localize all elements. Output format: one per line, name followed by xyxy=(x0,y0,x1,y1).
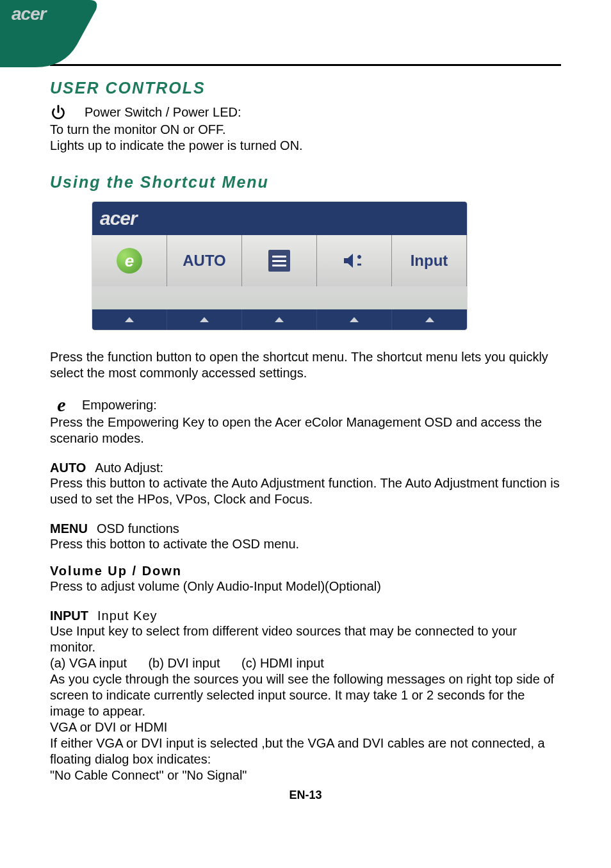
osd-spacer xyxy=(92,286,467,309)
input-body4: VGA or DVI or HDMI xyxy=(50,719,561,735)
svg-marker-5 xyxy=(125,317,134,322)
osd-brand-logo: acer xyxy=(100,208,137,229)
power-line2: Lights up to indicate the power is turne… xyxy=(50,138,561,154)
power-row: Power Switch / Power LED: xyxy=(50,104,561,120)
svg-marker-7 xyxy=(275,317,284,322)
block-menu: MENU OSD functions Press this botton to … xyxy=(50,521,561,552)
osd-cell-input: Input xyxy=(392,235,467,286)
volume-title: Volume Up / Down xyxy=(50,564,561,578)
shortcut-paragraph: Press the function button to open the sh… xyxy=(50,349,561,381)
osd-arrow-1 xyxy=(92,309,167,330)
osd-cell-empowering: e xyxy=(92,235,167,286)
svg-marker-6 xyxy=(200,317,209,322)
brand-logo-corner: acer xyxy=(12,4,46,24)
auto-lead: AUTO xyxy=(50,461,86,475)
osd-arrow-3 xyxy=(242,309,317,330)
input-body3: As you cycle through the sources you wil… xyxy=(50,671,561,719)
empowering-e-icon: e xyxy=(50,395,73,414)
block-auto: AUTO Auto Adjust: Press this button to a… xyxy=(50,461,561,507)
power-title: Power Switch / Power LED: xyxy=(85,104,241,120)
power-icon xyxy=(50,104,67,120)
corner-flag: acer xyxy=(0,0,102,70)
power-line1: To turn the monitor ON or OFF. xyxy=(50,122,561,138)
menu-lead: MENU xyxy=(50,521,88,536)
empowering-body: Press the Empowering Key to open the Ace… xyxy=(50,414,561,446)
input-title: Input Key xyxy=(97,609,158,623)
input-body2: (a) VGA input (b) DVI input (c) HDMI inp… xyxy=(50,655,561,671)
input-body6: "No Cable Connect" or "No Signal" xyxy=(50,767,561,783)
volume-icon xyxy=(341,251,367,270)
empowering-title: Empowering: xyxy=(82,398,157,413)
osd-shortcut-menu: acer e AUTO Input xyxy=(92,202,467,330)
page-number: EN-13 xyxy=(50,789,561,802)
menu-body: Press this botton to activate the OSD me… xyxy=(50,536,561,552)
osd-arrow-5 xyxy=(392,309,467,330)
block-input: INPUT Input Key Use Input key to select … xyxy=(50,609,561,783)
osd-cell-auto: AUTO xyxy=(167,235,242,286)
section-title-user-controls: USER CONTROLS xyxy=(50,79,561,97)
divider-top xyxy=(50,64,561,66)
auto-body: Press this button to activate the Auto A… xyxy=(50,475,561,507)
osd-arrow-2 xyxy=(167,309,242,330)
svg-marker-8 xyxy=(350,317,359,322)
svg-marker-9 xyxy=(425,317,434,322)
osd-header: acer xyxy=(92,202,467,235)
menu-icon xyxy=(268,250,290,272)
volume-body: Press to adjust volume (Only Audio-Input… xyxy=(50,578,561,594)
page-content: USER CONTROLS Power Switch / Power LED: … xyxy=(0,0,611,828)
osd-button-row: e AUTO Input xyxy=(92,235,467,330)
block-empowering: e Empowering: Press the Empowering Key t… xyxy=(50,395,561,446)
empowering-icon: e xyxy=(117,248,142,274)
section-title-shortcut: Using the Shortcut Menu xyxy=(50,173,561,192)
input-body1: Use Input key to select from different v… xyxy=(50,623,561,655)
menu-title: OSD functions xyxy=(97,521,179,536)
auto-title: Auto Adjust: xyxy=(95,461,163,475)
input-body5: If either VGA or DVI input is selected ,… xyxy=(50,735,561,767)
osd-cell-volume xyxy=(317,235,392,286)
osd-arrow-4 xyxy=(317,309,392,330)
input-lead: INPUT xyxy=(50,609,88,623)
osd-cell-menu xyxy=(242,235,317,286)
